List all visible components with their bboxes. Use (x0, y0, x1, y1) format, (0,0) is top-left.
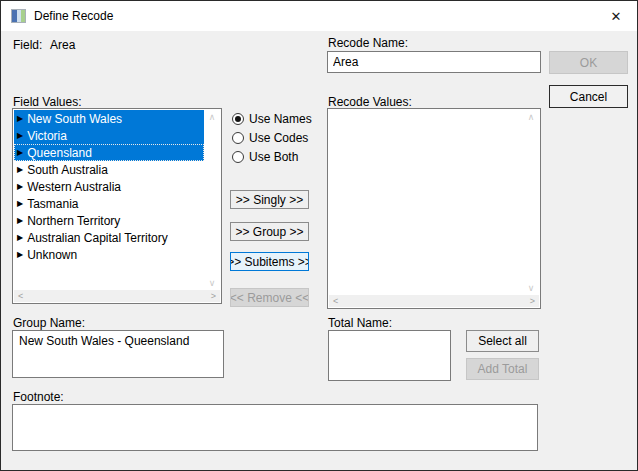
scroll-up-icon[interactable]: ∧ (528, 112, 535, 122)
footnote-label: Footnote: (13, 390, 64, 404)
subitems-button[interactable]: >> Subitems >> (230, 252, 309, 271)
add-total-button[interactable]: Add Total (466, 358, 539, 380)
list-item-label: Queensland (27, 146, 92, 160)
list-item[interactable]: ▶South Australia (14, 161, 204, 178)
list-item-label: New South Wales (27, 112, 122, 126)
radio-use-names[interactable]: Use Names (232, 109, 312, 128)
total-name-label: Total Name: (328, 316, 392, 330)
list-item[interactable]: ▶Tasmania (14, 195, 204, 212)
list-item-label: South Australia (27, 163, 108, 177)
scroll-left-icon[interactable]: < (333, 296, 338, 306)
list-item[interactable]: ▶Australian Capital Territory (14, 229, 204, 246)
scroll-right-icon[interactable]: > (530, 296, 535, 306)
radio-label: Use Both (249, 150, 298, 164)
triangle-icon: ▶ (17, 200, 23, 208)
scroll-left-icon[interactable]: < (18, 291, 23, 301)
horizontal-scrollbar[interactable]: < > (329, 295, 539, 307)
triangle-icon: ▶ (17, 217, 23, 225)
recode-values-items (329, 110, 523, 295)
scroll-down-icon[interactable]: ∨ (209, 278, 216, 288)
triangle-icon: ▶ (17, 149, 23, 157)
list-item-label: Unknown (27, 248, 77, 262)
field-value: Area (50, 38, 75, 52)
radio-label: Use Codes (249, 131, 308, 145)
radio-label: Use Names (249, 112, 312, 126)
triangle-icon: ▶ (17, 132, 23, 140)
list-item[interactable]: ▶Western Australia (14, 178, 204, 195)
window-title: Define Recode (34, 9, 113, 23)
title-bar[interactable]: Define Recode ✕ (1, 1, 637, 31)
triangle-icon: ▶ (17, 115, 23, 123)
recode-values-listbox[interactable]: ∧ ∨ < > (327, 108, 541, 309)
triangle-icon: ▶ (17, 183, 23, 191)
triangle-icon: ▶ (17, 251, 23, 259)
field-values-label: Field Values: (13, 95, 81, 109)
field-label: Field: (13, 38, 42, 52)
radio-icon (232, 113, 244, 125)
cancel-button[interactable]: Cancel (549, 85, 628, 108)
list-item[interactable]: ▶Northern Territory (14, 212, 204, 229)
list-item[interactable]: ▶Unknown (14, 246, 204, 263)
close-icon[interactable]: ✕ (595, 1, 637, 31)
scroll-right-icon[interactable]: > (211, 291, 216, 301)
list-item[interactable]: ▶Victoria (14, 127, 204, 144)
field-values-items: ▶New South Wales ▶Victoria ▶Queensland ▶… (14, 110, 204, 290)
radio-icon (232, 151, 244, 163)
scroll-up-icon[interactable]: ∧ (209, 112, 216, 122)
list-item-label: Western Australia (27, 180, 121, 194)
triangle-icon: ▶ (17, 234, 23, 242)
scroll-down-icon[interactable]: ∨ (528, 283, 535, 293)
remove-button[interactable]: << Remove << (230, 288, 309, 307)
list-item-label: Australian Capital Territory (27, 231, 168, 245)
group-button[interactable]: >> Group >> (230, 222, 309, 241)
field-values-listbox[interactable]: ▶New South Wales ▶Victoria ▶Queensland ▶… (12, 108, 222, 304)
group-name-value: New South Wales - Queensland (19, 334, 189, 348)
singly-button[interactable]: >> Singly >> (230, 190, 309, 209)
recode-values-label: Recode Values: (328, 95, 412, 109)
vertical-scrollbar[interactable]: ∧ ∨ (523, 110, 539, 295)
radio-use-codes[interactable]: Use Codes (232, 128, 308, 147)
group-name-label: Group Name: (13, 316, 85, 330)
ok-button[interactable]: OK (549, 51, 628, 74)
select-all-button[interactable]: Select all (466, 330, 539, 352)
triangle-icon: ▶ (17, 166, 23, 174)
group-name-input[interactable]: New South Wales - Queensland (12, 330, 224, 378)
vertical-scrollbar[interactable]: ∧ ∨ (204, 110, 220, 290)
recode-name-label: Recode Name: (328, 36, 408, 50)
app-icon (11, 9, 26, 23)
radio-use-both[interactable]: Use Both (232, 147, 298, 166)
list-item-label: Tasmania (27, 197, 78, 211)
radio-icon (232, 132, 244, 144)
list-item[interactable]: ▶Queensland (14, 144, 204, 161)
footnote-input[interactable] (12, 404, 538, 451)
list-item-label: Northern Territory (27, 214, 120, 228)
horizontal-scrollbar[interactable]: < > (14, 290, 220, 302)
define-recode-dialog: Define Recode ✕ Field: Area Recode Name:… (0, 0, 638, 471)
list-item[interactable]: ▶New South Wales (14, 110, 204, 127)
list-item-label: Victoria (27, 129, 67, 143)
total-name-input[interactable] (328, 330, 451, 381)
recode-name-input[interactable] (327, 51, 541, 73)
